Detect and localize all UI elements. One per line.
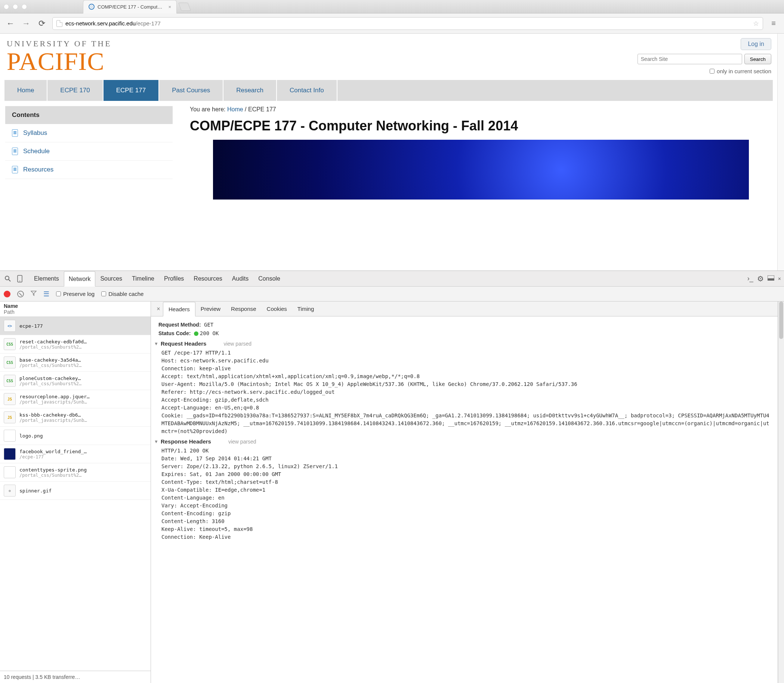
nav-tab[interactable]: ECPE 170 bbox=[48, 80, 103, 101]
inspect-icon[interactable] bbox=[3, 274, 13, 284]
svg-line-1 bbox=[9, 279, 10, 281]
devtools-panel: ElementsNetworkSourcesTimelineProfilesRe… bbox=[0, 271, 784, 683]
devtools-tab[interactable]: Sources bbox=[95, 271, 127, 286]
request-list-header: Name Path bbox=[0, 301, 151, 317]
file-type-icon: CSS bbox=[4, 356, 16, 369]
address-bar[interactable]: ecs-network.serv.pacific.edu/ecpe-177 ☆ bbox=[52, 17, 763, 30]
page-icon bbox=[56, 20, 63, 27]
nav-tab[interactable]: Past Courses bbox=[159, 80, 223, 101]
site-nav: HomeECPE 170ECPE 177Past CoursesResearch… bbox=[5, 80, 773, 101]
document-icon bbox=[12, 148, 18, 155]
contents-item[interactable]: Syllabus bbox=[5, 124, 173, 142]
contents-item[interactable]: Schedule bbox=[5, 142, 173, 161]
browser-tab[interactable]: COMP/ECPE 177 - Comput… × bbox=[83, 0, 177, 13]
detail-scrollbar[interactable] bbox=[778, 301, 784, 683]
zoom-window-icon[interactable] bbox=[22, 4, 27, 10]
nav-tab[interactable]: Contact Info bbox=[277, 80, 337, 101]
devtools-tab[interactable]: Profiles bbox=[159, 271, 189, 286]
only-current-section[interactable]: only in current section bbox=[710, 68, 771, 74]
file-type-icon: CSS bbox=[4, 338, 16, 350]
response-headers-raw: HTTP/1.1 200 OK Date: Wed, 17 Sep 2014 0… bbox=[159, 447, 770, 541]
detail-tab[interactable]: Headers bbox=[163, 302, 196, 316]
banner-image bbox=[213, 140, 749, 199]
request-headers-section[interactable]: ▼ Request Headers view parsed bbox=[154, 340, 770, 347]
view-parsed-link[interactable]: view parsed bbox=[228, 439, 257, 445]
filter-icon[interactable] bbox=[30, 290, 37, 298]
devtools-tab[interactable]: Elements bbox=[29, 271, 64, 286]
nav-tab[interactable]: Research bbox=[223, 80, 277, 101]
request-row[interactable]: logo.png bbox=[0, 427, 151, 445]
minimize-window-icon[interactable] bbox=[13, 4, 18, 10]
disclosure-triangle-icon: ▼ bbox=[154, 341, 159, 346]
request-row[interactable]: CSSploneCustom-cachekey…/portal_css/Sunb… bbox=[0, 372, 151, 390]
breadcrumb: You are here: Home / ECPE 177 bbox=[190, 106, 772, 113]
network-statusbar: 10 requests | 3.5 KB transferre… bbox=[0, 671, 151, 683]
breadcrumb-home[interactable]: Home bbox=[227, 106, 243, 112]
devtools-tab[interactable]: Audits bbox=[227, 271, 253, 286]
request-row[interactable]: JSresourceplone.app.jquer…/portal_javasc… bbox=[0, 390, 151, 408]
detail-tab[interactable]: Response bbox=[226, 301, 261, 316]
site-search-button[interactable]: Search bbox=[744, 54, 771, 64]
devtools-tab[interactable]: Resources bbox=[189, 271, 227, 286]
nav-tab[interactable]: Home bbox=[5, 80, 48, 101]
devtools-close-icon[interactable]: × bbox=[778, 276, 781, 282]
devtools-tab[interactable]: Console bbox=[253, 271, 285, 286]
window-titlebar: COMP/ECPE 177 - Comput… × bbox=[0, 0, 784, 13]
preserve-log[interactable]: Preserve log bbox=[56, 291, 95, 297]
url-text: ecs-network.serv.pacific.edu/ecpe-177 bbox=[66, 20, 750, 27]
detail-tab[interactable]: Preview bbox=[196, 301, 226, 316]
record-button[interactable] bbox=[4, 291, 10, 297]
clear-button[interactable] bbox=[17, 291, 24, 297]
site-search-input[interactable] bbox=[638, 54, 742, 64]
request-row[interactable]: CSSbase-cachekey-3a5d4a…/portal_css/Sunb… bbox=[0, 353, 151, 372]
detail-tab[interactable]: Timing bbox=[292, 301, 319, 316]
page-title: COMP/ECPE 177 - Computer Networking - Fa… bbox=[190, 118, 772, 134]
logo-line2: PACIFIC bbox=[7, 48, 112, 74]
bookmark-star-icon[interactable]: ☆ bbox=[753, 19, 759, 28]
only-current-checkbox[interactable] bbox=[710, 69, 715, 74]
request-row[interactable]: <>ecpe-177 bbox=[0, 317, 151, 335]
request-row[interactable]: ✻spinner.gif bbox=[0, 482, 151, 500]
console-toggle-icon[interactable]: ›_ bbox=[747, 275, 754, 282]
document-icon bbox=[12, 129, 18, 137]
site-logo[interactable]: UNIVERSITY OF THE PACIFIC bbox=[6, 37, 112, 80]
response-headers-section[interactable]: ▼ Response Headers view parsed bbox=[154, 438, 770, 445]
device-icon[interactable] bbox=[15, 274, 25, 284]
file-type-icon bbox=[4, 448, 16, 460]
settings-gear-icon[interactable]: ⚙ bbox=[757, 274, 764, 283]
devtools-toolbar: ElementsNetworkSourcesTimelineProfilesRe… bbox=[0, 271, 784, 287]
tab-close-icon[interactable]: × bbox=[168, 4, 171, 10]
new-tab-button[interactable] bbox=[178, 3, 191, 11]
request-row[interactable]: facebook_world_friend_…/ecpe-177 bbox=[0, 445, 151, 463]
page-scrollbar[interactable] bbox=[777, 34, 784, 271]
reload-button[interactable]: ⟳ bbox=[37, 18, 47, 29]
breadcrumb-current: ECPE 177 bbox=[248, 106, 276, 112]
disclosure-triangle-icon: ▼ bbox=[154, 439, 159, 444]
menu-icon[interactable]: ≡ bbox=[768, 19, 779, 28]
detail-close-icon[interactable]: × bbox=[154, 306, 163, 313]
request-row[interactable]: CSSreset-cachekey-edbfa0d…/portal_css/Su… bbox=[0, 335, 151, 353]
dock-icon[interactable] bbox=[768, 275, 774, 282]
file-type-icon: ✻ bbox=[4, 484, 16, 497]
request-detail: × HeadersPreviewResponseCookiesTiming Re… bbox=[151, 301, 778, 683]
contents-item[interactable]: Resources bbox=[5, 161, 173, 179]
file-type-icon: JS bbox=[4, 393, 16, 405]
disable-cache[interactable]: Disable cache bbox=[101, 291, 143, 297]
file-type-icon: CSS bbox=[4, 375, 16, 387]
request-row[interactable]: contenttypes-sprite.png/portal_css/Sunbu… bbox=[0, 463, 151, 482]
devtools-tab[interactable]: Network bbox=[64, 271, 96, 287]
devtools-tab[interactable]: Timeline bbox=[127, 271, 159, 286]
forward-button[interactable]: → bbox=[21, 18, 31, 29]
page-content: UNIVERSITY OF THE PACIFIC Log in Search … bbox=[0, 34, 777, 271]
view-toggle-icon[interactable]: ☰ bbox=[43, 290, 49, 298]
close-window-icon[interactable] bbox=[4, 4, 9, 10]
file-type-icon bbox=[4, 430, 16, 442]
login-button[interactable]: Log in bbox=[741, 38, 771, 50]
view-parsed-link[interactable]: view parsed bbox=[223, 341, 252, 347]
traffic-lights bbox=[4, 4, 27, 10]
request-row[interactable]: JSkss-bbb-cachekey-db6…/portal_javascrip… bbox=[0, 408, 151, 427]
back-button[interactable]: ← bbox=[5, 18, 16, 29]
detail-tab[interactable]: Cookies bbox=[261, 301, 292, 316]
request-headers-raw: GET /ecpe-177 HTTP/1.1 Host: ecs-network… bbox=[159, 349, 770, 435]
nav-tab[interactable]: ECPE 177 bbox=[104, 80, 159, 101]
